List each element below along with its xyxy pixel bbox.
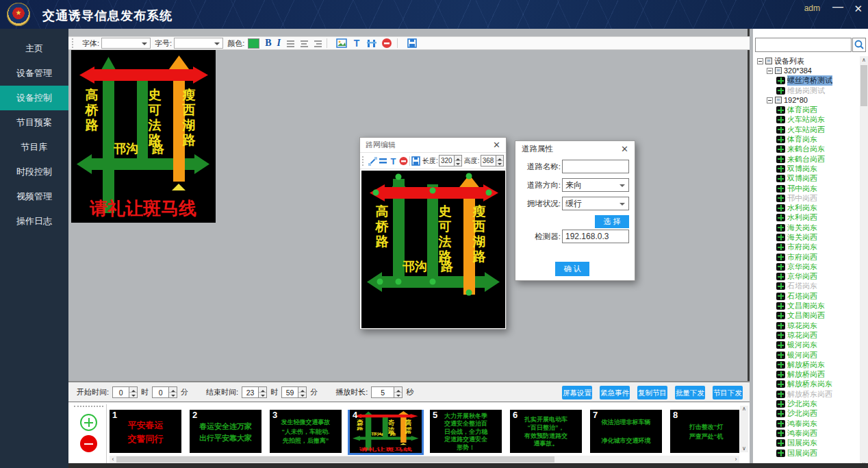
device-item[interactable]: 体育岗东	[753, 134, 860, 144]
road-segment-icon[interactable]	[379, 156, 387, 167]
program-thumbnail-4[interactable]: 4高桥路史可法路瘦西湖路邗沟路请礼让斑马线	[350, 410, 422, 453]
thumbs-vertical-scrollbar[interactable]: ∧ ∨	[740, 406, 748, 452]
program-thumbnail-1[interactable]: 1平安春运交警同行	[110, 410, 181, 453]
tree-group-320*384[interactable]: 320*384	[753, 66, 860, 75]
italic-button[interactable]: I	[277, 38, 281, 49]
device-item[interactable]: 螺丝湾桥测试	[753, 76, 860, 86]
sidebar-item-4[interactable]: 节目预案	[0, 110, 68, 135]
program-thumbnail-2[interactable]: 2春运安全连万家出行平安靠大家	[190, 410, 261, 453]
program-thumbnail-3[interactable]: 3发生轻微交通事故“人未伤，车能动.先拍照，后撤离”	[270, 410, 342, 453]
device-item[interactable]: 解放桥东岗西	[753, 389, 860, 399]
remove-icon[interactable]	[381, 38, 392, 49]
search-button[interactable]	[852, 38, 866, 52]
text-tool-icon[interactable]: T	[389, 156, 398, 167]
device-item[interactable]: 银河岗西	[753, 350, 860, 360]
select-button[interactable]: 选 择	[595, 215, 629, 228]
roadnet-icon[interactable]	[366, 38, 377, 49]
delete-tool-icon[interactable]	[399, 156, 408, 167]
device-item[interactable]: 京华岗西	[753, 272, 860, 282]
thumbs-horizontal-scrollbar[interactable]: ‹ ›	[110, 456, 739, 463]
playbar-button-3[interactable]: 复制节目	[637, 386, 667, 399]
device-item[interactable]: 市府岗西	[753, 252, 860, 262]
sidebar-item-6[interactable]: 时段控制	[0, 160, 68, 184]
align-center-icon[interactable]	[301, 39, 308, 47]
device-item[interactable]: 火车站岗东	[753, 115, 860, 125]
device-item[interactable]: 解放桥东岗东	[753, 380, 860, 389]
sidebar-item-1[interactable]: 主页	[0, 36, 68, 61]
scroll-up-icon[interactable]: ∧	[740, 406, 748, 412]
device-item[interactable]: 双博岗西	[753, 174, 860, 184]
end-min-spinner[interactable]: 59	[281, 386, 307, 398]
save-roadnet-icon[interactable]	[411, 156, 420, 167]
device-item[interactable]: 文昌阁岗西	[753, 311, 860, 321]
minimize-icon[interactable]: —	[832, 1, 843, 13]
insert-image-icon[interactable]	[336, 38, 347, 49]
dialog-titlebar[interactable]: 道路属性 ✕	[515, 141, 635, 156]
draw-line-icon[interactable]	[368, 156, 377, 167]
device-item[interactable]: 鸿泰岗东	[753, 419, 860, 428]
device-item[interactable]: 石塔岗东	[753, 282, 860, 291]
length-spinner[interactable]: 320	[439, 155, 462, 167]
device-item[interactable]: 海关岗西	[753, 232, 860, 242]
device-item[interactable]: 水利岗东	[753, 203, 860, 212]
device-item[interactable]: 邗中岗西	[753, 193, 860, 203]
device-item[interactable]: 市府岗东	[753, 243, 860, 252]
device-item[interactable]: 石塔岗西	[753, 291, 860, 301]
save-icon[interactable]	[407, 38, 418, 49]
tree-group-192*80[interactable]: 192*80	[753, 95, 860, 105]
size-select[interactable]	[174, 38, 223, 49]
sidebar-item-3[interactable]: 设备控制	[0, 86, 68, 110]
tree-root[interactable]: 设备列表	[753, 56, 860, 66]
device-item[interactable]: 海关岗东	[753, 223, 860, 232]
align-left-icon[interactable]	[287, 39, 294, 47]
color-swatch[interactable]	[248, 38, 259, 49]
align-right-icon[interactable]	[314, 39, 322, 47]
device-item[interactable]: 银河岗东	[753, 341, 860, 350]
playbar-button-1[interactable]: 屏幕设置	[562, 386, 592, 399]
road-name-input[interactable]	[562, 160, 629, 173]
scroll-down-icon[interactable]: ∨	[740, 445, 748, 452]
program-thumbnail-8[interactable]: 8打击整改“灯严查严处“机	[670, 410, 739, 453]
collapse-icon[interactable]	[757, 58, 763, 64]
playbar-button-5[interactable]: 节目下发	[713, 386, 743, 399]
start-hour-spinner[interactable]: 0	[112, 386, 138, 398]
scroll-left-icon[interactable]: ‹	[110, 456, 116, 463]
device-item[interactable]: 双博岗东	[753, 164, 860, 173]
sidebar-item-2[interactable]: 设备管理	[0, 61, 68, 86]
tree-scroll-up-icon[interactable]: ∧	[860, 56, 868, 64]
sidebar-item-5[interactable]: 节目库	[0, 135, 68, 160]
roadnet-canvas[interactable]: 高桥路史可法路瘦西湖路邗沟路	[361, 171, 505, 328]
road-direction-select[interactable]: 来向	[562, 178, 629, 192]
device-item[interactable]: 水利岗西	[753, 213, 860, 223]
device-item[interactable]: 体育岗西	[753, 105, 860, 114]
roadnet-titlebar[interactable]: 路网编辑 ✕	[360, 138, 506, 152]
roadnet-close-icon[interactable]: ✕	[493, 140, 500, 150]
device-item[interactable]: 来鹤台岗东	[753, 145, 860, 154]
device-item[interactable]: 鸿泰岗西	[753, 428, 860, 438]
add-program-button[interactable]	[80, 414, 97, 431]
device-item[interactable]: 解放桥岗东	[753, 360, 860, 369]
device-item[interactable]: 国展岗西	[753, 448, 860, 458]
dialog-close-icon[interactable]: ✕	[621, 144, 628, 154]
close-icon[interactable]: ✕	[854, 3, 863, 15]
sidebar-item-7[interactable]: 视频管理	[0, 184, 68, 209]
device-item[interactable]: 琼花岗东	[753, 321, 860, 330]
device-item[interactable]: 文昌阁岗东	[753, 301, 860, 310]
device-item[interactable]: 京华岗东	[753, 262, 860, 271]
playbar-button-2[interactable]: 紧急事件	[600, 386, 630, 399]
device-item[interactable]: 来鹤台岗西	[753, 154, 860, 164]
start-min-spinner[interactable]: 0	[152, 386, 177, 398]
device-item[interactable]: 琼花岗西	[753, 330, 860, 340]
congestion-select[interactable]: 缓行	[562, 197, 629, 210]
tree-scrollbar[interactable]: ∧ ∨	[860, 56, 868, 468]
device-item[interactable]: 沙北岗西	[753, 409, 860, 419]
scroll-right-icon[interactable]: ›	[732, 456, 739, 463]
device-item[interactable]: 沙北岗东	[753, 399, 860, 408]
program-thumbnail-6[interactable]: 6扎实开展电动车“百日整治”，有效预防道路交通事故。	[510, 410, 582, 453]
device-item[interactable]: 国展岗东	[753, 439, 860, 448]
sidebar-item-8[interactable]: 操作日志	[0, 209, 68, 234]
collapse-icon[interactable]	[767, 97, 773, 103]
playbar-button-4[interactable]: 批量下发	[675, 386, 705, 399]
device-item[interactable]: 邗中岗东	[753, 184, 860, 193]
collapse-icon[interactable]	[767, 68, 773, 74]
